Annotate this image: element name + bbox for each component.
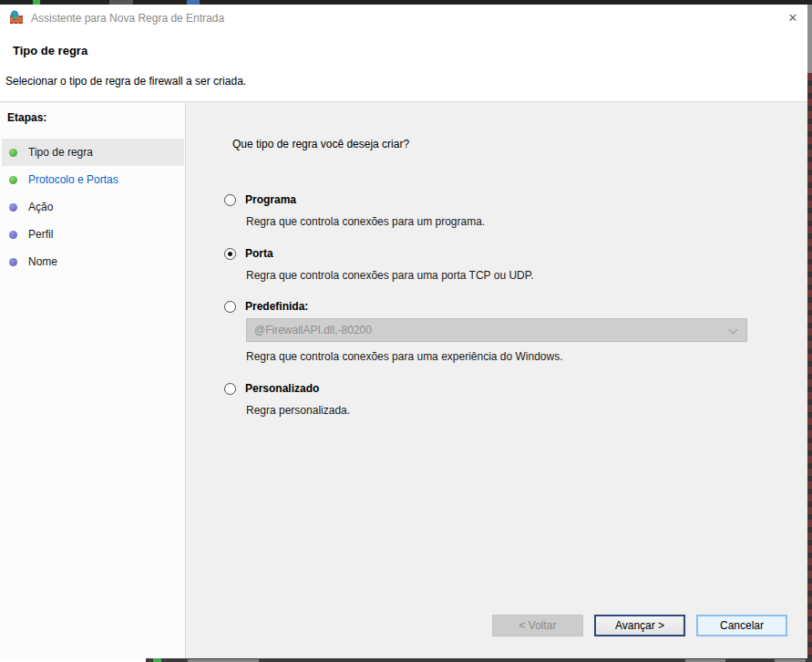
dropdown-value: @FirewallAPI.dll,-80200 <box>254 324 372 336</box>
option-label[interactable]: Porta <box>245 247 273 260</box>
option-description: Regra que controla conexões para uma exp… <box>246 350 771 363</box>
radio-porta[interactable]: Porta <box>224 247 771 260</box>
background-strip <box>146 658 812 662</box>
step-label: Nome <box>28 255 57 268</box>
cancel-button[interactable]: Cancelar <box>696 615 787 636</box>
step-label: Perfil <box>28 228 53 241</box>
radio-button-icon[interactable] <box>224 194 236 206</box>
step-status-bullet-icon <box>9 149 17 157</box>
radio-button-icon[interactable] <box>224 301 236 313</box>
step-label: Tipo de regra <box>28 146 93 159</box>
step-status-bullet-icon <box>9 258 17 266</box>
option-label[interactable]: Predefinida: <box>245 300 308 313</box>
option-description: Regra que controla conexões para uma por… <box>246 269 771 282</box>
background-window-right-edge <box>807 5 812 658</box>
title-bar: Assistente para Nova Regra de Entrada ✕ <box>0 5 807 31</box>
new-inbound-rule-wizard-dialog: Assistente para Nova Regra de Entrada ✕ … <box>0 5 807 658</box>
background-strip <box>807 73 812 658</box>
option-description: Regra que controla conexões para um prog… <box>246 215 771 228</box>
option-programa: Programa Regra que controla conexões par… <box>224 193 771 228</box>
step-label: Protocolo e Portas <box>28 173 118 186</box>
background-window-bottom-edge <box>0 658 812 662</box>
steps-heading: Etapas: <box>7 111 46 124</box>
option-label[interactable]: Programa <box>245 193 296 206</box>
sidebar-step-tipo-de-regra: Tipo de regra <box>2 139 184 166</box>
sidebar-step-nome: Nome <box>2 248 184 275</box>
steps-sidebar: Etapas: Tipo de regra Protocolo e Portas… <box>0 103 186 658</box>
firewall-icon <box>9 10 24 25</box>
radio-programa[interactable]: Programa <box>224 193 771 206</box>
step-status-bullet-icon <box>9 231 17 239</box>
sidebar-step-protocolo-e-portas: Protocolo e Portas <box>2 166 184 193</box>
step-status-bullet-icon <box>9 176 17 184</box>
option-label[interactable]: Personalizado <box>245 382 319 395</box>
question-text: Que tipo de regra você deseja criar? <box>232 138 409 150</box>
close-icon[interactable]: ✕ <box>784 10 802 26</box>
step-label: Ação <box>28 201 53 213</box>
window-title: Assistente para Nova Regra de Entrada <box>31 12 224 25</box>
background-pixel <box>153 658 161 662</box>
predefined-rule-dropdown: @FirewallAPI.dll,-80200 <box>246 318 747 342</box>
option-porta: Porta Regra que controla conexões para u… <box>224 247 771 282</box>
sidebar-step-perfil: Perfil <box>2 221 184 248</box>
wizard-content: Que tipo de regra você deseja criar? Pro… <box>187 103 807 658</box>
radio-button-selected-icon[interactable] <box>224 248 236 260</box>
page-title: Tipo de regra <box>13 44 87 57</box>
radio-predefinida[interactable]: Predefinida: <box>224 300 771 313</box>
radio-personalizado[interactable]: Personalizado <box>224 382 771 395</box>
page-subtitle: Selecionar o tipo de regra de firewall a… <box>5 75 246 88</box>
option-personalizado: Personalizado Regra personalizada. <box>224 382 771 417</box>
sidebar-step-acao: Ação <box>2 193 184 221</box>
option-description: Regra personalizada. <box>246 404 771 417</box>
step-status-bullet-icon <box>9 203 17 212</box>
next-button[interactable]: Avançar > <box>594 615 685 636</box>
back-button: < Voltar <box>492 615 583 636</box>
radio-button-icon[interactable] <box>224 383 236 395</box>
wizard-header: Tipo de regra Selecionar o tipo de regra… <box>0 31 807 102</box>
option-predefinida: Predefinida: @FirewallAPI.dll,-80200 Reg… <box>224 300 771 363</box>
chevron-down-icon <box>729 326 738 335</box>
screen: Assistente para Nova Regra de Entrada ✕ … <box>0 0 812 662</box>
